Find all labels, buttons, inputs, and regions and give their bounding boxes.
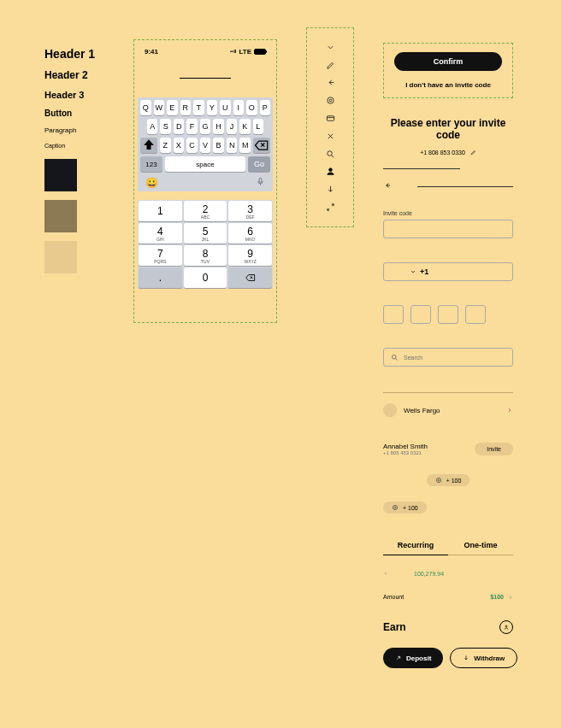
contact-row: Annabel Smith +1 805 453 0321 Invite <box>383 443 513 455</box>
key-n[interactable]: N <box>227 138 238 153</box>
close-icon <box>326 132 335 141</box>
text-input-line[interactable] <box>180 78 231 79</box>
numkey-0[interactable]: 0 <box>184 267 227 288</box>
numeric-key[interactable]: 123 <box>140 156 162 172</box>
svg-rect-3 <box>327 116 334 121</box>
backspace-key[interactable] <box>253 138 270 153</box>
chevron-down-icon <box>326 43 335 52</box>
key-o[interactable]: O <box>246 100 257 115</box>
no-invite-link[interactable]: I don't have an invite code <box>391 81 505 89</box>
key-g[interactable]: G <box>200 119 210 134</box>
user-badge-icon[interactable] <box>499 620 513 634</box>
key-p[interactable]: P <box>260 100 271 115</box>
arrow-left-icon <box>326 78 335 87</box>
bank-avatar <box>383 403 397 417</box>
bank-name: Wells Fargo <box>404 407 499 414</box>
amount-value: $100 <box>490 594 504 600</box>
svg-point-9 <box>393 505 397 509</box>
svg-point-10 <box>394 507 396 508</box>
tab-recurring[interactable]: Recurring <box>383 536 448 555</box>
tab-onetime[interactable]: One-time <box>448 536 513 555</box>
bank-row[interactable]: Wells Fargo <box>383 403 513 417</box>
numkey-8[interactable]: 8TUV <box>184 245 227 266</box>
invite-code-label: Invite code <box>383 210 513 216</box>
numkey-3[interactable]: 3DEF <box>228 201 272 221</box>
key-a[interactable]: A <box>147 119 157 134</box>
mic-key[interactable] <box>256 177 265 189</box>
svg-point-1 <box>327 97 333 103</box>
icon-strip <box>306 27 354 227</box>
search-input[interactable]: Search <box>383 348 513 367</box>
key-x[interactable]: X <box>174 138 185 153</box>
otp-input[interactable] <box>383 305 513 324</box>
svg-point-4 <box>327 151 332 156</box>
svg-rect-0 <box>259 178 262 182</box>
key-e[interactable]: E <box>167 100 178 115</box>
battery-icon <box>254 49 266 55</box>
svg-point-7 <box>436 478 440 482</box>
balance-amount: 100,279.94 <box>414 571 444 577</box>
amount-label: Amount <box>383 594 404 600</box>
key-u[interactable]: U <box>220 100 231 115</box>
numkey-dot[interactable]: . <box>139 267 182 288</box>
key-v[interactable]: V <box>200 138 211 153</box>
space-key[interactable]: space <box>165 156 245 172</box>
swatch-olive <box>44 200 77 232</box>
numkey-delete[interactable] <box>228 267 272 288</box>
key-j[interactable]: J <box>227 119 237 134</box>
key-r[interactable]: R <box>180 100 192 115</box>
expand-icon <box>326 203 335 212</box>
numkey-2[interactable]: 2ABC <box>184 201 227 221</box>
chevron-right-icon[interactable] <box>508 595 513 600</box>
deposit-button[interactable]: Deposit <box>383 648 443 668</box>
edit-icon <box>326 61 335 70</box>
chevron-left-icon[interactable] <box>383 571 388 577</box>
paragraph-label: Paragraph <box>44 126 123 134</box>
reward-chip-1[interactable]: + 100 <box>427 474 470 486</box>
phone-number: +1 808 853 0330 <box>420 150 465 156</box>
network-label: LTE <box>239 48 251 56</box>
numkey-6[interactable]: 6MNO <box>228 223 272 244</box>
key-t[interactable]: T <box>193 100 204 115</box>
shift-key[interactable] <box>140 138 157 153</box>
key-q[interactable]: Q <box>140 100 151 115</box>
phone-prefix-select[interactable]: +1 <box>383 262 513 281</box>
card-icon <box>326 114 335 123</box>
key-m[interactable]: M <box>239 138 251 153</box>
key-f[interactable]: F <box>186 119 197 134</box>
key-z[interactable]: Z <box>160 138 171 153</box>
invite-button[interactable]: Invite <box>475 443 513 455</box>
key-i[interactable]: I <box>233 100 245 115</box>
go-key[interactable]: Go <box>248 156 270 172</box>
numkey-9[interactable]: 9WXYZ <box>228 245 272 266</box>
withdraw-button[interactable]: Withdraw <box>450 648 517 668</box>
numkey-1[interactable]: 1 <box>139 201 182 221</box>
reward-chip-2[interactable]: + 100 <box>383 502 427 514</box>
button-label: Button <box>44 109 123 118</box>
search-icon <box>326 150 335 159</box>
invite-title: Please enter your invite code <box>383 117 513 141</box>
key-s[interactable]: S <box>160 119 170 134</box>
numkey-4[interactable]: 4GHI <box>139 223 182 244</box>
edit-phone-icon[interactable] <box>470 150 476 156</box>
key-l[interactable]: L <box>253 119 263 134</box>
key-h[interactable]: H <box>213 119 223 134</box>
invite-code-input[interactable] <box>383 220 513 238</box>
confirm-button[interactable]: Confirm <box>394 52 502 71</box>
key-w[interactable]: W <box>154 100 165 115</box>
target-icon <box>326 96 335 105</box>
numpad: 12ABC3DEF 4GHI5JKL6MNO 7PQRS8TUV9WXYZ . … <box>138 200 273 289</box>
numkey-5[interactable]: 5JKL <box>184 223 227 244</box>
key-k[interactable]: K <box>239 119 250 134</box>
svg-point-2 <box>329 99 332 102</box>
key-c[interactable]: C <box>186 138 198 153</box>
key-y[interactable]: Y <box>207 100 218 115</box>
status-time: 9:41 <box>145 48 158 56</box>
caption-label: Caption <box>44 143 123 149</box>
key-d[interactable]: D <box>174 119 184 134</box>
back-icon[interactable] <box>383 181 392 191</box>
numkey-7[interactable]: 7PQRS <box>139 245 182 266</box>
svg-point-6 <box>393 355 397 359</box>
emoji-key[interactable]: 😀 <box>145 177 158 189</box>
key-b[interactable]: B <box>213 138 224 153</box>
